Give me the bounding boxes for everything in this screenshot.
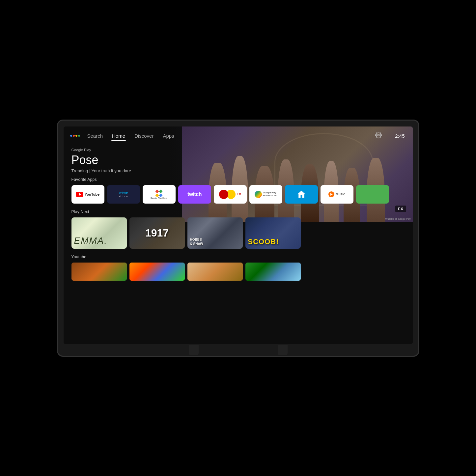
ga-dot-green bbox=[78, 135, 80, 137]
hero-content: Google Play Pose Trending | Your truth i… bbox=[64, 148, 413, 173]
app-music[interactable]: Music bbox=[321, 185, 353, 204]
twitch-logo: twitch bbox=[187, 191, 202, 197]
play-next-row: EMMA. 1917 HOBBS& SHAW bbox=[71, 217, 405, 249]
play-next-title: Play Next bbox=[71, 210, 405, 214]
app-google-play-store[interactable]: Google Play Store bbox=[143, 185, 176, 204]
time-display: 2:45 bbox=[395, 133, 405, 139]
youtube-section: Youtube bbox=[64, 251, 413, 283]
google-assistant-icon[interactable] bbox=[71, 132, 79, 139]
app-home[interactable] bbox=[285, 185, 318, 204]
ga-dot-yellow bbox=[75, 135, 77, 137]
hobbs-title: HOBBS& SHAW bbox=[190, 238, 240, 246]
home-logo bbox=[296, 189, 306, 199]
emma-title: EMMA. bbox=[74, 236, 124, 246]
tv-brand: TOSHIBA bbox=[228, 340, 248, 343]
app-twitch[interactable]: twitch bbox=[178, 185, 211, 204]
hero-title[interactable]: Pose bbox=[71, 153, 405, 167]
hero-provider-label: Google Play bbox=[71, 148, 405, 152]
play-next-section: Play Next EMMA. 1917 HOBBS& bbox=[64, 206, 413, 251]
settings-icon[interactable] bbox=[375, 132, 383, 140]
app-prime-video[interactable]: prime video bbox=[107, 185, 140, 204]
movie-emma[interactable]: EMMA. bbox=[71, 217, 127, 249]
nav-item-apps[interactable]: Apps bbox=[162, 132, 175, 140]
nav-bar: Search Home Discover Apps 2:45 bbox=[64, 126, 413, 145]
nav-item-home[interactable]: Home bbox=[111, 132, 126, 140]
ga-dot-blue bbox=[70, 135, 72, 137]
gplay-store-logo: Google Play Store bbox=[151, 190, 168, 199]
nav-item-discover[interactable]: Discover bbox=[134, 132, 154, 140]
movie-scoob[interactable]: SCOOB! bbox=[245, 217, 301, 249]
youtube-thumb-2[interactable] bbox=[129, 263, 185, 281]
music-logo: Music bbox=[328, 191, 345, 197]
gear-svg bbox=[375, 132, 382, 138]
house-icon-svg bbox=[296, 189, 306, 199]
emma-overlay: EMMA. bbox=[74, 236, 124, 246]
yt-play-button bbox=[76, 192, 83, 197]
youtube-logo: YouTube bbox=[76, 192, 99, 197]
youtube-thumb-1[interactable] bbox=[71, 263, 127, 281]
music-play-button bbox=[328, 191, 334, 197]
redbull-logo: TV bbox=[219, 188, 242, 201]
app-youtube[interactable]: YouTube bbox=[71, 185, 104, 204]
movie-1917[interactable]: 1917 bbox=[129, 217, 185, 249]
gplay-store-text: Google Play Store bbox=[151, 197, 168, 199]
apps-row: YouTube prime video bbox=[71, 185, 405, 204]
tv-screen: FX Available on Google Play Search Home … bbox=[64, 126, 413, 344]
rb-circle-red bbox=[219, 190, 228, 199]
svg-point-0 bbox=[378, 134, 379, 136]
youtube-thumb-4[interactable] bbox=[245, 263, 301, 281]
gplay-movies-logo: Google PlayMovies & TV bbox=[255, 191, 277, 198]
tv-outer: FX Available on Google Play Search Home … bbox=[57, 120, 419, 357]
prime-logo: prime video bbox=[119, 190, 128, 198]
hero-subtitle: Trending | Your truth if you dare bbox=[71, 168, 405, 173]
favorite-apps-title: Favorite Apps bbox=[71, 177, 405, 182]
gplay-movies-text: Google PlayMovies & TV bbox=[263, 191, 277, 197]
1917-title: 1917 bbox=[145, 227, 169, 239]
stand-leg-left bbox=[189, 345, 199, 355]
redbull-circles bbox=[219, 190, 236, 199]
scoob-title: SCOOB! bbox=[248, 238, 279, 246]
music-label-text: Music bbox=[336, 192, 345, 196]
app-google-play-movies[interactable]: Google PlayMovies & TV bbox=[249, 185, 282, 204]
favorite-apps-section: Favorite Apps YouTube prime video bbox=[64, 173, 413, 206]
app-extra[interactable] bbox=[356, 185, 389, 204]
nav-item-search[interactable]: Search bbox=[87, 132, 104, 140]
yt-text: YouTube bbox=[85, 192, 99, 196]
app-redbull-tv[interactable]: TV bbox=[214, 185, 247, 204]
tv-stand bbox=[189, 344, 288, 355]
youtube-thumb-3[interactable] bbox=[187, 263, 243, 281]
youtube-section-title: Youtube bbox=[71, 255, 405, 259]
movie-hobbs-shaw[interactable]: HOBBS& SHAW bbox=[187, 217, 243, 249]
ga-logo bbox=[70, 135, 80, 137]
ga-dot-red bbox=[73, 135, 75, 137]
stand-leg-right bbox=[278, 345, 288, 355]
youtube-row bbox=[71, 263, 405, 281]
